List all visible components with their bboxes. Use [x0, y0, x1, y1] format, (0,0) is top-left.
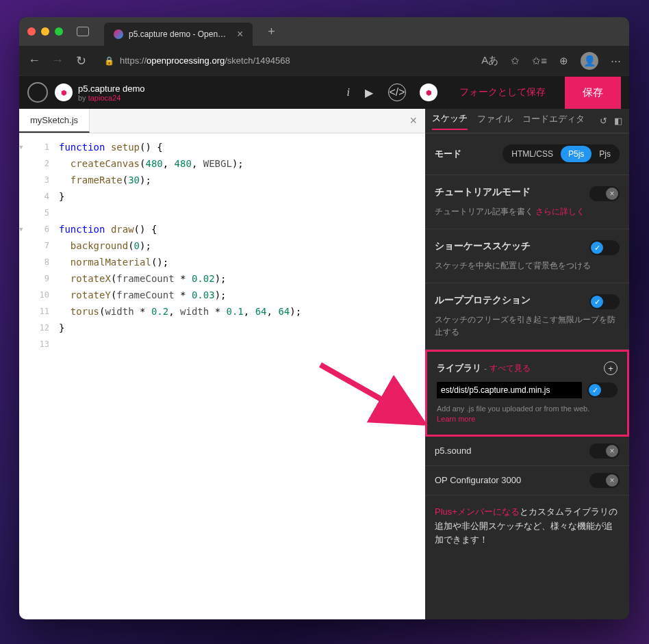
minimize-window-icon[interactable]: [41, 27, 49, 36]
lock-icon: 🔒: [104, 56, 114, 66]
file-tab[interactable]: mySketch.js: [19, 109, 90, 133]
library-item-opconfig: OP Configurator 3000 ×: [425, 466, 629, 495]
window-controls: [27, 27, 63, 36]
loop-title: ループプロテクション: [435, 294, 531, 307]
library-learn-link[interactable]: Learn more: [437, 415, 475, 423]
tab-title: p5.capture demo - OpenProce: [129, 29, 231, 39]
history-icon[interactable]: ↺: [600, 116, 607, 126]
tutorial-title: チュートリアルモード: [435, 186, 531, 198]
sketch-info: p5.capture demo by tapioca24: [78, 83, 145, 102]
code-line: 2 createCanvas(480, 480, WEBGL);: [19, 155, 425, 172]
library-viewall-link[interactable]: すべて見る: [489, 363, 531, 374]
library-header: ライブラリ - すべて見る +: [437, 361, 618, 375]
close-tab-icon[interactable]: ×: [237, 28, 243, 40]
tab-file[interactable]: ファイル: [477, 113, 513, 129]
browser-window: p5.capture demo - OpenProce × + ← → ↻ 🔒 …: [19, 17, 629, 619]
code-line: 12}: [19, 320, 425, 336]
mode-section: モード HTML/CSS P5js Pjs: [425, 133, 629, 175]
code-line: ▼1function setup() {: [19, 139, 425, 155]
library-section: ライブラリ - すべて見る + ✓ Add any .js file you u…: [425, 350, 629, 437]
maximize-window-icon[interactable]: [55, 27, 63, 36]
mode-label: モード: [435, 148, 461, 160]
openprocessing-logo-icon[interactable]: [27, 82, 48, 103]
mode-pjs[interactable]: Pjs: [591, 146, 618, 162]
library-url-toggle[interactable]: ✓: [587, 383, 618, 398]
sketch-author: by tapioca24: [78, 94, 145, 102]
file-tabs: mySketch.js ×: [19, 109, 425, 133]
favorites-bar-icon[interactable]: ✩≡: [532, 55, 547, 67]
code-line: 4}: [19, 188, 425, 205]
library-item-p5sound: p5.sound ×: [425, 437, 629, 466]
fork-button[interactable]: フォークとして保存: [447, 86, 558, 99]
mode-selector: HTML/CSS P5js Pjs: [502, 144, 620, 164]
code-line: 8 normalMaterial();: [19, 254, 425, 270]
code-button[interactable]: </>: [388, 83, 406, 101]
showcase-toggle[interactable]: ✓: [589, 240, 620, 255]
sidebar-icon[interactable]: [77, 27, 89, 36]
mode-html[interactable]: HTML/CSS: [504, 146, 561, 162]
info-button[interactable]: i: [347, 86, 350, 99]
plus-link[interactable]: Plus+メンバーになる: [435, 506, 520, 517]
showcase-section: ショーケーススケッチ ✓ スケッチを中央に配置して背景色をつける: [425, 229, 629, 283]
tab-sketch[interactable]: スケッチ: [432, 112, 468, 130]
sidebar-tabs: スケッチ ファイル コードエディタ ↺ ◧: [425, 109, 629, 133]
user-avatar[interactable]: ⬢: [420, 83, 437, 101]
showcase-desc: スケッチを中央に配置して背景色をつける: [435, 259, 620, 272]
browser-actions: Aあ ✩ ✩≡ ⊕ 👤 ⋯: [481, 52, 621, 70]
code-editor: mySketch.js × ▼1function setup() {2 crea…: [19, 109, 425, 619]
library-opconfig-toggle[interactable]: ×: [589, 473, 620, 488]
code-line: ▼6function draw() {: [19, 221, 425, 237]
close-window-icon[interactable]: [27, 27, 36, 36]
loop-toggle[interactable]: ✓: [589, 294, 620, 309]
reload-button[interactable]: ↻: [74, 53, 88, 68]
showcase-title: ショーケーススケッチ: [435, 240, 531, 253]
library-title: ライブラリ: [437, 362, 481, 374]
code-area[interactable]: ▼1function setup() {2 createCanvas(480, …: [19, 133, 425, 619]
code-line: 5: [19, 205, 425, 221]
reader-icon[interactable]: Aあ: [481, 54, 498, 67]
main-content: mySketch.js × ▼1function setup() {2 crea…: [19, 109, 629, 619]
settings-sidebar: スケッチ ファイル コードエディタ ↺ ◧ モード HTML/CSS P5js …: [425, 109, 629, 619]
favicon-icon: [114, 29, 123, 39]
tab-code-editor[interactable]: コードエディタ: [522, 113, 585, 129]
tutorial-section: チュートリアルモード × チュートリアル記事を書く さらに詳しく: [425, 175, 629, 229]
back-button[interactable]: ←: [27, 53, 41, 68]
center-actions: i ▶ </>: [347, 83, 406, 101]
code-line: 13: [19, 336, 425, 352]
loop-section: ループプロテクション ✓ スケッチのフリーズを引き起こす無限ループを防止する: [425, 283, 629, 350]
browser-tab[interactable]: p5.capture demo - OpenProce ×: [104, 23, 253, 46]
profile-avatar[interactable]: 👤: [581, 52, 598, 70]
forward-button[interactable]: →: [51, 53, 64, 68]
app-header: ⬢ p5.capture demo by tapioca24 i ▶ </> ⬢…: [19, 76, 629, 109]
code-line: 10 rotateY(frameCount * 0.03);: [19, 287, 425, 303]
address-field[interactable]: 🔒 https://openprocessing.org/sketch/1494…: [97, 55, 472, 66]
tutorial-toggle[interactable]: ×: [589, 186, 620, 201]
library-p5sound-toggle[interactable]: ×: [589, 443, 620, 459]
library-item-label: OP Configurator 3000: [435, 475, 521, 485]
url-text: https://openprocessing.org/sketch/149456…: [120, 55, 290, 66]
play-button[interactable]: ▶: [365, 86, 373, 99]
tutorial-desc: チュートリアル記事を書く さらに詳しく: [435, 205, 620, 218]
code-line: 9 rotateX(frameCount * 0.02);: [19, 270, 425, 287]
favorite-icon[interactable]: ✩: [511, 55, 520, 67]
close-file-icon[interactable]: ×: [409, 114, 417, 128]
library-hint: Add any .js file you uploaded or from th…: [437, 404, 618, 425]
library-url-input[interactable]: [437, 382, 582, 398]
sketch-thumbnail-icon[interactable]: ⬢: [55, 83, 73, 101]
save-button[interactable]: 保存: [565, 77, 621, 109]
titlebar: p5.capture demo - OpenProce × +: [19, 17, 629, 46]
url-bar: ← → ↻ 🔒 https://openprocessing.org/sketc…: [19, 46, 629, 76]
author-link[interactable]: tapioca24: [88, 94, 121, 102]
plus-promo: Plus+メンバーになるとカスタムライブラリの追加や非公開スケッチなど、様々な機…: [425, 495, 629, 557]
tutorial-more-link[interactable]: さらに詳しく: [535, 207, 585, 216]
more-icon[interactable]: ⋯: [611, 55, 621, 67]
mode-p5js[interactable]: P5js: [561, 146, 591, 162]
sketch-title: p5.capture demo: [78, 83, 145, 94]
loop-desc: スケッチのフリーズを引き起こす無限ループを防止する: [435, 313, 620, 338]
collections-icon[interactable]: ⊕: [559, 55, 568, 67]
new-tab-button[interactable]: +: [268, 25, 275, 39]
code-line: 3 frameRate(30);: [19, 172, 425, 188]
add-library-button[interactable]: +: [604, 361, 618, 375]
bookmark-icon[interactable]: ◧: [614, 116, 622, 126]
code-line: 7 background(0);: [19, 237, 425, 254]
